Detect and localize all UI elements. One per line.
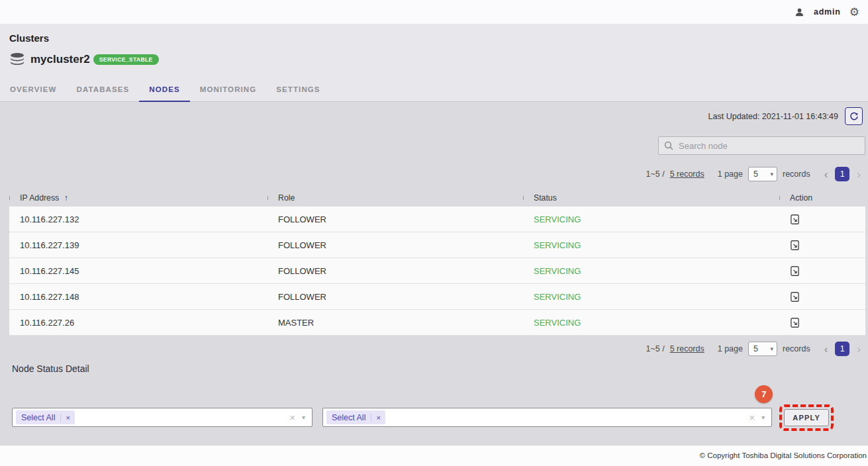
tab-monitoring[interactable]: MONITORING [190,81,267,102]
document-arrow-icon [790,265,800,277]
refresh-icon [849,111,859,122]
column-header-status[interactable]: Status [523,193,779,203]
cell-status: SERVICING [523,292,779,302]
footer-copyright: © Copyright Toshiba Digital Solutions Co… [0,445,868,466]
cluster-title-row: mycluster2 SERVICE_STABLE [9,51,868,68]
table-row: 10.116.227.148 FOLLOWER SERVICING [9,284,865,310]
search-icon [663,140,674,151]
column-header-ip[interactable]: IP Address ↑ [9,193,267,203]
node-filter-select-2[interactable]: Select All × × ▾ [322,408,772,427]
cell-ip: 10.116.227.26 [9,318,267,328]
last-updated-label: Last Updated: 2021-11-01 16:43:49 [708,112,838,121]
cell-ip: 10.116.227.139 [9,240,267,250]
node-filter-select-1[interactable]: Select All × × ▾ [12,408,313,427]
node-log-action-button[interactable] [790,291,800,303]
status-badge: SERVICE_STABLE [93,54,159,65]
refresh-button[interactable] [845,107,863,125]
user-icon [794,7,805,18]
chip-remove-icon[interactable]: × [371,414,385,422]
records-word: records [783,344,810,353]
current-page-button[interactable]: 1 [835,342,849,356]
node-log-action-button[interactable] [790,317,800,328]
table-body: 10.116.227.132 FOLLOWER SERVICING 10.116… [9,207,865,336]
document-arrow-icon [790,317,800,328]
per-page-select[interactable]: 5 ▾ [748,342,777,356]
dropdown-caret-icon: ▾ [770,171,773,177]
per-page-value: 5 [753,169,758,179]
chip-remove-icon[interactable]: × [60,414,74,422]
search-row [0,136,865,155]
pagination-range: 1~5 / [646,344,664,353]
records-link[interactable]: 5 records [670,344,704,353]
per-page-select[interactable]: 5 ▾ [748,167,777,181]
cell-role: FOLLOWER [267,266,523,276]
dropdown-caret-icon[interactable]: ▾ [302,414,305,421]
tab-nodes[interactable]: NODES [139,81,189,102]
step-annotation-badge: 7 [755,385,773,403]
apply-annotation-wrap: 7 APPLY [779,404,834,431]
topbar: admin ⚙ [0,0,868,24]
search-box [658,136,865,155]
page-count-label: 1 page [718,344,743,353]
pagination-range: 1~5 / [646,169,664,179]
last-updated-row: Last Updated: 2021-11-01 16:43:49 [0,107,863,125]
node-log-action-button[interactable] [790,214,800,225]
column-header-role[interactable]: Role [267,193,523,203]
annotation-highlight-box: APPLY [779,404,834,431]
records-link[interactable]: 5 records [670,169,704,179]
table-row: 10.116.227.132 FOLLOWER SERVICING [9,207,865,232]
selected-chip: Select All × [326,410,385,424]
table-row: 10.116.227.139 FOLLOWER SERVICING [9,232,865,258]
selected-chip: Select All × [16,410,75,424]
records-word: records [783,169,810,179]
prev-page-icon[interactable]: ‹ [822,344,830,355]
cell-ip: 10.116.227.145 [9,266,267,276]
node-status-filter-row: Select All × × ▾ Select All × × ▾ 7 APPL… [12,404,834,432]
cell-status: SERVICING [523,266,779,276]
node-log-action-button[interactable] [790,265,800,277]
cell-ip: 10.116.227.132 [9,214,267,224]
node-status-detail-title: Node Status Detail [12,363,868,374]
next-page-icon[interactable]: › [855,344,863,355]
nodes-table: IP Address ↑ Role Status Action 10.116.2… [9,189,865,336]
sort-asc-icon: ↑ [64,193,68,203]
current-page-button[interactable]: 1 [835,167,849,181]
cell-status: SERVICING [523,318,779,328]
cell-ip: 10.116.227.148 [9,292,267,302]
pagination-bottom: 1~5 / 5 records 1 page 5 ▾ records ‹ 1 › [0,340,863,357]
cluster-name: mycluster2 [30,53,90,66]
tab-bar: OVERVIEW DATABASES NODES MONITORING SETT… [0,81,868,102]
node-log-action-button[interactable] [790,240,800,251]
cell-role: FOLLOWER [267,292,523,302]
tab-overview[interactable]: OVERVIEW [0,81,67,102]
cell-role: FOLLOWER [267,214,523,224]
apply-button[interactable]: APPLY [784,409,829,426]
gear-icon[interactable]: ⚙ [849,7,859,18]
table-row: 10.116.227.145 FOLLOWER SERVICING [9,258,865,284]
tab-databases[interactable]: DATABASES [67,81,140,102]
table-header-row: IP Address ↑ Role Status Action [9,189,865,207]
cell-role: MASTER [267,318,523,328]
document-arrow-icon [790,214,800,225]
document-arrow-icon [790,291,800,303]
search-input[interactable] [658,136,865,155]
table-row: 10.116.227.26 MASTER SERVICING [9,310,865,336]
tab-settings[interactable]: SETTINGS [266,81,330,102]
cluster-header: Clusters mycluster2 SERVICE_STABLE OVERV… [0,24,868,102]
database-icon [9,52,25,68]
prev-page-icon[interactable]: ‹ [822,169,830,180]
dropdown-caret-icon[interactable]: ▾ [761,414,765,421]
pagination-top: 1~5 / 5 records 1 page 5 ▾ records ‹ 1 › [0,165,863,183]
clear-icon[interactable]: × [289,412,295,423]
dropdown-caret-icon: ▾ [770,346,773,352]
clear-icon[interactable]: × [749,412,755,423]
cell-role: FOLLOWER [267,240,523,250]
column-header-action[interactable]: Action [779,193,865,203]
nodes-content: Last Updated: 2021-11-01 16:43:49 1~5 / … [0,107,868,432]
document-arrow-icon [790,240,800,251]
page-count-label: 1 page [718,169,743,179]
next-page-icon[interactable]: › [855,169,863,180]
cell-status: SERVICING [523,240,779,250]
username[interactable]: admin [814,7,841,17]
breadcrumb: Clusters [9,32,868,44]
